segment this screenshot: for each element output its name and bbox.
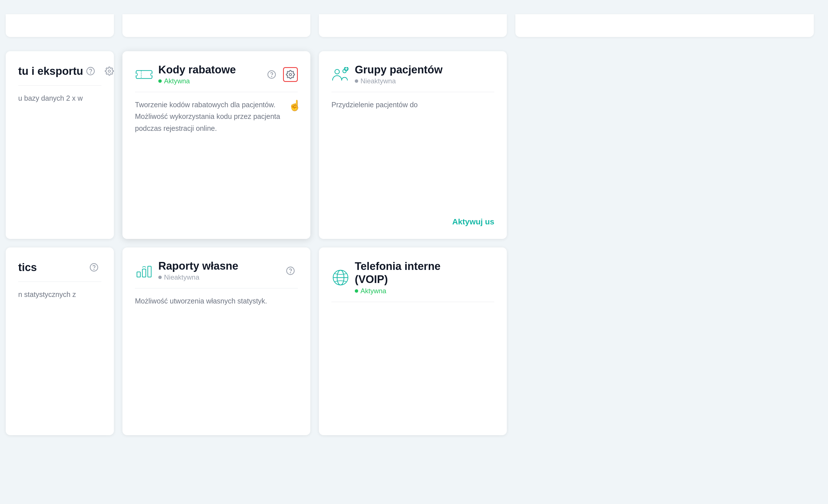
divider: [135, 288, 298, 288]
card-description: Możliwość utworzenia własnych statystyk.: [135, 295, 298, 307]
gear-icon: [105, 66, 114, 76]
import-export-card: tu i eksportu: [6, 51, 114, 239]
card-title-inner: Grupy pacjentów Nieaktywna: [331, 64, 443, 85]
help-button[interactable]: [264, 67, 279, 82]
card-name-group: Grupy pacjentów Nieaktywna: [355, 64, 443, 85]
card-status: Nieaktywna: [158, 273, 238, 281]
card-header: Grupy pacjentów Nieaktywna: [331, 64, 494, 85]
help-icon: [89, 263, 98, 272]
card-header: tu i eksportu: [18, 64, 101, 79]
card-title: Grupy pacjentów: [355, 64, 443, 76]
card-header: Kody rabatowe Aktywna: [135, 64, 298, 85]
status-dot: [158, 79, 162, 83]
gear-icon: [286, 70, 295, 79]
card-actions: [87, 260, 101, 275]
group-icon: [331, 67, 350, 82]
card-title-inner: tics: [18, 261, 37, 274]
viewport: tu i eksportu: [0, 0, 828, 504]
card-title-inner: Telefonia interne (VOIP) Aktywna: [331, 260, 441, 295]
bot-right-partial: [515, 247, 814, 435]
help-button[interactable]: [87, 260, 101, 275]
settings-button-highlighted[interactable]: [283, 67, 298, 82]
card-title: Raporty własne: [158, 260, 238, 272]
card-description: n statystycznych z: [18, 289, 101, 301]
top-center2-partial-card: [319, 14, 507, 37]
divider: [331, 302, 494, 302]
svg-rect-17: [137, 272, 140, 277]
mid-right-partial: [515, 51, 814, 239]
grupy-pacjentow-icon: [331, 65, 350, 84]
globe-icon: [332, 269, 349, 286]
card-header: tics: [18, 260, 101, 275]
card-status: Aktywna: [355, 287, 441, 295]
svg-point-4: [135, 73, 137, 76]
grupy-pacjentow-card: Grupy pacjentów Nieaktywna Przydzielenie…: [319, 51, 507, 239]
help-icon: [86, 66, 95, 76]
top-left-partial-card: [6, 14, 114, 37]
card-name-group: Telefonia interne (VOIP) Aktywna: [355, 260, 441, 295]
card-title: Telefonia interne (VOIP): [355, 260, 441, 286]
card-actions: [283, 263, 298, 278]
card-description: u bazy danych 2 x w: [18, 92, 101, 104]
settings-button[interactable]: [102, 64, 117, 79]
telefonia-icon: [331, 269, 350, 287]
svg-rect-3: [136, 71, 152, 79]
svg-point-10: [335, 70, 339, 74]
card-title-inner: Kody rabatowe Aktywna: [135, 64, 236, 85]
card-description: Przydzielenie pacjentów do: [331, 99, 494, 111]
status-label: Nieaktywna: [361, 77, 396, 85]
telefonia-card: Telefonia interne (VOIP) Aktywna: [319, 247, 507, 435]
status-label: Nieaktywna: [164, 273, 199, 281]
card-status: Aktywna: [158, 77, 236, 85]
svg-point-5: [151, 73, 153, 76]
main-grid: tu i eksportu: [0, 0, 828, 504]
help-icon: [286, 266, 295, 275]
status-dot: [355, 79, 358, 83]
card-actions: [83, 64, 117, 79]
card-name-group: Kody rabatowe Aktywna: [158, 64, 236, 85]
card-title: Kody rabatowe: [158, 64, 236, 76]
card-status: Nieaktywna: [355, 77, 443, 85]
top-right-partial-card: [515, 14, 814, 37]
chart-icon: [136, 264, 152, 278]
card-actions: ☝: [264, 67, 298, 82]
help-icon: [267, 70, 276, 79]
card-header: Telefonia interne (VOIP) Aktywna: [331, 260, 494, 295]
help-button[interactable]: [283, 263, 298, 278]
activate-link[interactable]: Aktywuj us: [452, 217, 494, 226]
card-title-inner: tu i eksportu: [18, 65, 83, 77]
kody-rabatowe-card: Kody rabatowe Aktywna: [122, 51, 310, 239]
svg-point-2: [108, 70, 111, 72]
ticket-icon: [135, 68, 153, 81]
raporty-icon: [135, 262, 153, 280]
card-description: Tworzenie kodów rabatowych dla pacjentów…: [135, 99, 298, 134]
help-button[interactable]: [83, 64, 98, 79]
status-label: Aktywna: [164, 77, 190, 85]
card-title: tics: [18, 261, 37, 274]
svg-rect-19: [148, 266, 151, 277]
kody-rabatowe-icon: [135, 65, 153, 84]
status-dot: [158, 276, 162, 279]
card-title: tu i eksportu: [18, 65, 83, 77]
status-dot: [355, 289, 358, 293]
divider: [18, 85, 101, 86]
svg-point-9: [289, 74, 292, 76]
card-header: Raporty własne Nieaktywna: [135, 260, 298, 281]
card-title-inner: Raporty własne Nieaktywna: [135, 260, 238, 281]
svg-rect-18: [142, 269, 146, 277]
status-label: Aktywna: [361, 287, 386, 295]
raporty-wlasne-card: Raporty własne Nieaktywna: [122, 247, 310, 435]
card-name-group: Raporty własne Nieaktywna: [158, 260, 238, 281]
analytics-card: tics n statystycznych z: [6, 247, 114, 435]
top-center1-partial-card: [122, 14, 310, 37]
